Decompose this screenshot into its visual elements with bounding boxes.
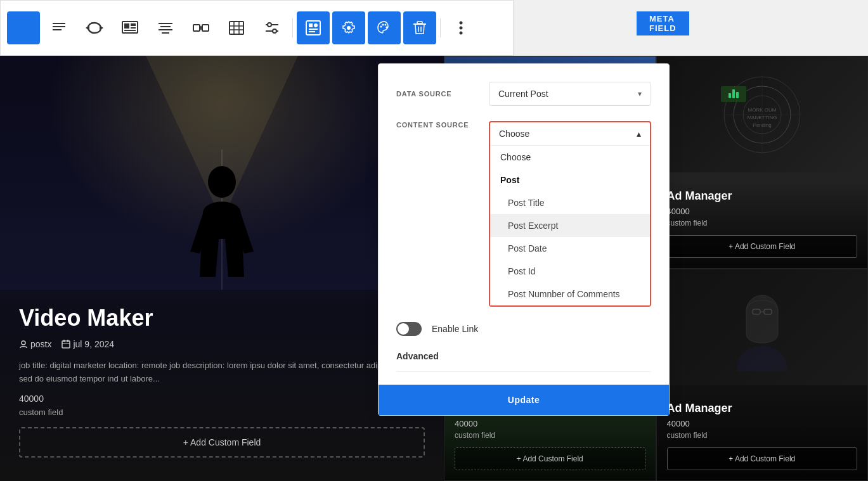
svg-rect-13 — [131, 23, 136, 26]
table-icon — [229, 21, 244, 35]
more-button[interactable] — [444, 11, 477, 44]
enable-link-toggle[interactable] — [396, 322, 422, 336]
palette-icon — [377, 20, 392, 35]
svg-point-30 — [273, 29, 276, 33]
dropdown-item-post-excerpt[interactable]: Post Excerpt — [490, 214, 650, 237]
svg-rect-31 — [306, 21, 320, 35]
card-am2-text: Ad Manager 40000 custom field + Add Cust… — [657, 392, 868, 480]
advanced-label: Advanced — [396, 351, 439, 361]
svg-rect-5 — [24, 29, 31, 35]
svg-marker-9 — [86, 25, 89, 30]
separator — [292, 18, 293, 37]
media-icon — [122, 21, 138, 35]
svg-rect-15 — [124, 30, 136, 31]
svg-marker-10 — [100, 25, 103, 30]
loop-button[interactable] — [78, 11, 111, 44]
svg-rect-21 — [202, 25, 209, 31]
align-icon — [159, 22, 172, 34]
settings-button[interactable] — [332, 11, 365, 44]
dropdown-value: Choose — [499, 129, 529, 139]
svg-point-37 — [380, 26, 382, 28]
align-button[interactable] — [149, 11, 182, 44]
svg-rect-2 — [24, 25, 31, 27]
svg-point-48 — [208, 166, 236, 198]
ad-manager-bottom-price: 40000 — [667, 419, 858, 428]
dropdown-trigger[interactable]: Choose ▴ — [490, 122, 650, 145]
media-button[interactable] — [113, 11, 146, 44]
svg-rect-8 — [53, 29, 62, 30]
highlighted-group: META FIELD — [297, 11, 436, 44]
scene — [0, 56, 444, 290]
meta-icon — [305, 20, 321, 36]
add-custom-field-button-am2[interactable]: + Add Custom Field — [667, 447, 858, 470]
dropdown-item-post-id[interactable]: Post Id — [490, 260, 650, 283]
card-image-am2 — [657, 269, 868, 385]
ad-manager-image — [657, 269, 868, 385]
more-icon — [459, 20, 463, 35]
svg-rect-22 — [230, 22, 243, 34]
card-ad-manager-bottom: Ad Manager 40000 custom field + Add Cust… — [656, 269, 869, 482]
update-button[interactable]: Update — [379, 385, 669, 415]
svg-point-39 — [385, 24, 387, 26]
svg-rect-17 — [160, 26, 171, 27]
dropdown-item-post-date[interactable]: Post Date — [490, 237, 650, 260]
post-price: 40000 — [19, 394, 425, 404]
meta-button[interactable] — [297, 11, 330, 44]
svg-rect-42 — [417, 22, 422, 23]
svg-rect-6 — [53, 23, 65, 24]
dropdown-item-post-title[interactable]: Post Title — [490, 191, 650, 214]
ad-manager-bottom-title: Ad Manager — [667, 402, 858, 415]
enable-link-label: Enable Link — [432, 324, 478, 334]
palette-button[interactable] — [368, 11, 401, 44]
author-icon — [19, 340, 28, 349]
svg-rect-3 — [16, 29, 19, 35]
chevron-up-icon: ▴ — [637, 129, 641, 139]
settings-panel: DATA SOURCE Current Post ▾ CONTENT SOURC… — [378, 63, 670, 416]
columns-button[interactable] — [185, 11, 217, 44]
svg-rect-50 — [62, 341, 70, 348]
dropdown-item-choose[interactable]: Choose — [490, 146, 650, 169]
svg-rect-33 — [314, 23, 318, 27]
sliders-button[interactable] — [256, 11, 288, 44]
person-with-glasses — [718, 283, 806, 371]
post-excerpt: job title: digital marketer location: re… — [19, 359, 425, 386]
author-meta: postx — [19, 339, 51, 349]
chevron-down-icon: ▾ — [638, 89, 642, 98]
post-meta: postx jul 9, 2024 — [19, 339, 425, 349]
toggle-knob — [398, 323, 409, 335]
svg-rect-4 — [20, 29, 23, 35]
advanced-row: Advanced — [396, 351, 651, 372]
svg-rect-14 — [131, 27, 136, 29]
svg-rect-35 — [309, 31, 315, 32]
data-source-select[interactable]: Current Post ▾ — [489, 82, 651, 106]
svg-point-36 — [347, 26, 351, 30]
data-source-value: Current Post — [498, 89, 548, 99]
ad-manager-cf: custom field — [667, 219, 858, 228]
person-silhouette — [178, 163, 266, 290]
svg-point-38 — [382, 24, 384, 26]
svg-rect-18 — [159, 29, 172, 30]
grid-layout-button[interactable] — [7, 11, 40, 44]
svg-rect-19 — [162, 32, 169, 34]
grid-layout-icon — [15, 19, 32, 37]
delete-button[interactable] — [403, 11, 436, 44]
add-custom-field-button-left[interactable]: + Add Custom Field — [19, 427, 425, 458]
sliders-icon — [264, 22, 280, 34]
panel-footer: Update — [379, 385, 669, 415]
svg-rect-20 — [193, 25, 200, 31]
custom-field: custom field — [19, 407, 425, 417]
add-custom-field-button-cw[interactable]: + Add Custom Field — [455, 447, 645, 470]
svg-rect-12 — [124, 23, 129, 29]
content-writer-price: 40000 — [455, 419, 645, 428]
circular-text-svg: MORK OUM MANETTING Pending — [715, 67, 810, 162]
table-button[interactable] — [220, 11, 253, 44]
dropdown-item-post-num-comments[interactable]: Post Numnber of Comments — [490, 283, 650, 305]
content-source-dropdown[interactable]: Choose ▴ Choose Post Post Title Post Exc… — [489, 121, 651, 307]
svg-rect-0 — [16, 20, 23, 27]
content-writer-cf: custom field — [455, 431, 645, 440]
post-title: Video Maker — [19, 305, 425, 331]
add-custom-field-button-ad[interactable]: + Add Custom Field — [667, 235, 858, 258]
svg-rect-32 — [309, 23, 313, 27]
text-button[interactable] — [42, 11, 75, 44]
calendar-icon — [62, 340, 70, 349]
